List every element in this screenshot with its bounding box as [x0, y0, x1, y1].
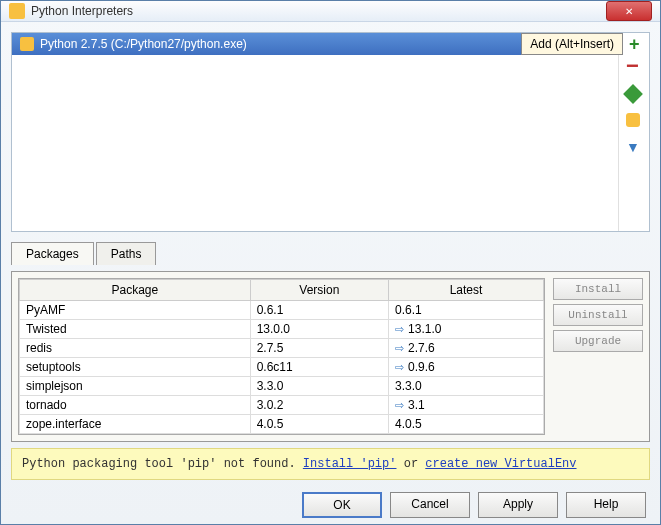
- window-title: Python Interpreters: [31, 4, 606, 18]
- interpreter-label: Python 2.7.5 (C:/Python27/python.exe): [40, 37, 247, 51]
- cell-latest: ⇨0.9.6: [389, 358, 544, 377]
- filter-icon[interactable]: ▼: [626, 139, 642, 155]
- titlebar: Python Interpreters ✕: [1, 1, 660, 22]
- tab-paths[interactable]: Paths: [96, 242, 157, 265]
- cell-package: Twisted: [20, 320, 251, 339]
- python-icon: [20, 37, 34, 51]
- warning-bar: Python packaging tool 'pip' not found. I…: [11, 448, 650, 480]
- cell-version: 0.6.1: [250, 301, 388, 320]
- cell-package: setuptools: [20, 358, 251, 377]
- tabs-bar: Packages Paths: [11, 242, 650, 265]
- update-arrow-icon: ⇨: [395, 361, 404, 373]
- add-tool-col: +: [625, 33, 649, 55]
- app-icon: [9, 3, 25, 19]
- packages-table: Package Version Latest PyAMF0.6.10.6.1Tw…: [19, 279, 544, 434]
- install-pip-link[interactable]: Install 'pip': [303, 457, 397, 471]
- col-version[interactable]: Version: [250, 280, 388, 301]
- cell-latest: ⇨3.1: [389, 396, 544, 415]
- cell-latest: 3.3.0: [389, 377, 544, 396]
- dialog-window: Python Interpreters ✕ Python 2.7.5 (C:/P…: [0, 0, 661, 525]
- cell-latest: 4.0.5: [389, 415, 544, 434]
- create-venv-link[interactable]: create new VirtualEnv: [425, 457, 576, 471]
- ok-button[interactable]: OK: [302, 492, 382, 518]
- package-buttons: Install Uninstall Upgrade: [553, 278, 643, 435]
- table-row[interactable]: Twisted13.0.0⇨13.1.0: [20, 320, 544, 339]
- install-button[interactable]: Install: [553, 278, 643, 300]
- close-button[interactable]: ✕: [606, 1, 652, 21]
- warning-mid: or: [396, 457, 425, 471]
- table-row[interactable]: simplejson3.3.03.3.0: [20, 377, 544, 396]
- table-row[interactable]: tornado3.0.2⇨3.1: [20, 396, 544, 415]
- table-row[interactable]: setuptools0.6c11⇨0.9.6: [20, 358, 544, 377]
- add-tooltip: Add (Alt+Insert): [521, 33, 623, 55]
- cell-version: 3.3.0: [250, 377, 388, 396]
- interpreter-list-row: Python 2.7.5 (C:/Python27/python.exe) Ad…: [12, 33, 649, 55]
- cell-latest: ⇨2.7.6: [389, 339, 544, 358]
- cell-version: 0.6c11: [250, 358, 388, 377]
- update-arrow-icon: ⇨: [395, 399, 404, 411]
- interpreter-body: − ▼: [12, 55, 649, 231]
- remove-interpreter-icon[interactable]: −: [626, 61, 642, 77]
- cell-package: tornado: [20, 396, 251, 415]
- packages-table-wrap: Package Version Latest PyAMF0.6.10.6.1Tw…: [18, 278, 545, 435]
- uninstall-button[interactable]: Uninstall: [553, 304, 643, 326]
- cell-package: redis: [20, 339, 251, 358]
- python-settings-icon[interactable]: [626, 113, 642, 129]
- table-row[interactable]: zope.interface4.0.54.0.5: [20, 415, 544, 434]
- interpreter-item[interactable]: Python 2.7.5 (C:/Python27/python.exe): [12, 33, 521, 55]
- cell-version: 3.0.2: [250, 396, 388, 415]
- help-button[interactable]: Help: [566, 492, 646, 518]
- edit-interpreter-icon[interactable]: [626, 87, 642, 103]
- table-row[interactable]: PyAMF0.6.10.6.1: [20, 301, 544, 320]
- content-area: Python 2.7.5 (C:/Python27/python.exe) Ad…: [1, 22, 660, 525]
- interpreter-empty-area: [12, 55, 619, 231]
- packages-panel: Package Version Latest PyAMF0.6.10.6.1Tw…: [11, 271, 650, 442]
- upgrade-button[interactable]: Upgrade: [553, 330, 643, 352]
- cell-package: PyAMF: [20, 301, 251, 320]
- dialog-buttons: OK Cancel Apply Help: [11, 486, 650, 524]
- cell-latest: ⇨13.1.0: [389, 320, 544, 339]
- cell-package: zope.interface: [20, 415, 251, 434]
- add-interpreter-icon[interactable]: +: [629, 37, 645, 53]
- tab-packages[interactable]: Packages: [11, 242, 94, 265]
- apply-button[interactable]: Apply: [478, 492, 558, 518]
- cell-version: 4.0.5: [250, 415, 388, 434]
- cell-version: 13.0.0: [250, 320, 388, 339]
- cancel-button[interactable]: Cancel: [390, 492, 470, 518]
- warning-text: Python packaging tool 'pip' not found.: [22, 457, 303, 471]
- col-package[interactable]: Package: [20, 280, 251, 301]
- cell-package: simplejson: [20, 377, 251, 396]
- update-arrow-icon: ⇨: [395, 323, 404, 335]
- interpreters-panel: Python 2.7.5 (C:/Python27/python.exe) Ad…: [11, 32, 650, 232]
- cell-latest: 0.6.1: [389, 301, 544, 320]
- update-arrow-icon: ⇨: [395, 342, 404, 354]
- col-latest[interactable]: Latest: [389, 280, 544, 301]
- cell-version: 2.7.5: [250, 339, 388, 358]
- side-toolbar: − ▼: [619, 55, 649, 231]
- table-row[interactable]: redis2.7.5⇨2.7.6: [20, 339, 544, 358]
